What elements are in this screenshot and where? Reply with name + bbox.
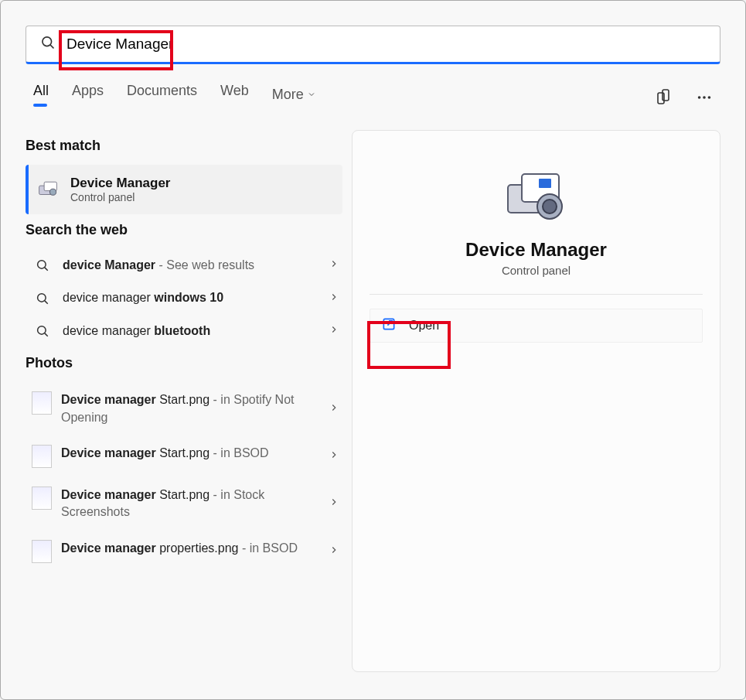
search-icon <box>32 258 53 272</box>
web-result-bold: device Manager <box>63 258 155 271</box>
open-button[interactable]: Open <box>370 309 703 343</box>
chevron-right-icon <box>329 545 339 558</box>
svg-point-0 <box>43 37 52 46</box>
mobile-link-icon[interactable] <box>654 88 673 110</box>
web-result-suffix: - See web results <box>155 258 254 271</box>
photo-result[interactable]: Device manager Start.png - in BSOD <box>26 435 342 477</box>
photo-name-rest: properties.png <box>156 541 239 555</box>
web-result-prefix: device manager <box>63 324 154 337</box>
web-result-bold: bluetooth <box>154 324 210 337</box>
chevron-right-icon <box>329 292 339 306</box>
photo-name-bold: Device manager <box>61 446 156 459</box>
content-area: Best match Device Manager Control panel … <box>1 122 745 697</box>
tab-apps[interactable]: Apps <box>72 83 104 114</box>
best-match-heading: Best match <box>26 138 342 154</box>
chevron-right-icon <box>329 449 339 463</box>
web-result[interactable]: device manager windows 10 <box>26 282 342 314</box>
photo-thumb-icon <box>32 540 52 563</box>
svg-point-20 <box>543 200 557 213</box>
photo-thumb-icon <box>32 487 52 510</box>
chevron-right-icon <box>329 402 339 416</box>
divider <box>370 294 703 295</box>
open-external-icon <box>381 316 397 335</box>
web-heading: Search the web <box>26 222 342 238</box>
search-bar-container <box>1 1 745 64</box>
tabs-actions <box>654 88 713 110</box>
more-options-icon[interactable] <box>696 89 713 109</box>
preview-subtitle: Control panel <box>370 264 703 294</box>
svg-point-4 <box>698 96 701 99</box>
web-result-bold: windows 10 <box>154 291 223 304</box>
chevron-right-icon <box>329 324 339 338</box>
open-label: Open <box>409 319 439 333</box>
chevron-right-icon <box>329 258 339 272</box>
web-result-prefix: device manager <box>63 291 154 304</box>
photo-name-rest: Start.png <box>156 488 209 501</box>
search-box[interactable] <box>26 26 720 64</box>
svg-line-1 <box>50 45 53 48</box>
preview-title: Device Manager <box>370 239 703 261</box>
web-result[interactable]: device Manager - See web results <box>26 249 342 282</box>
photo-name-bold: Device manager <box>61 393 156 406</box>
search-input[interactable] <box>65 35 706 53</box>
search-icon <box>32 292 53 306</box>
tab-web[interactable]: Web <box>220 83 249 114</box>
svg-point-6 <box>708 96 711 99</box>
photo-result[interactable]: Device manager Start.png - in Stock Scre… <box>26 477 342 531</box>
search-icon <box>40 35 56 53</box>
device-manager-icon <box>38 180 58 199</box>
photo-name-rest: Start.png <box>156 446 209 459</box>
photo-location: - in BSOD <box>238 541 297 555</box>
svg-point-9 <box>49 189 56 195</box>
photo-name-rest: Start.png <box>156 393 209 406</box>
svg-rect-18 <box>539 179 551 188</box>
photo-name-bold: Device manager <box>61 541 156 555</box>
tab-more-label: More <box>272 87 304 103</box>
preview-panel: Device Manager Control panel Open <box>352 130 720 672</box>
svg-line-11 <box>45 268 48 271</box>
chevron-down-icon <box>307 87 316 103</box>
best-match-text: Device Manager Control panel <box>70 176 170 203</box>
tab-more[interactable]: More <box>272 83 316 114</box>
photo-location: - in BSOD <box>209 446 268 459</box>
search-window: All Apps Documents Web More <box>0 0 746 700</box>
best-match-title: Device Manager <box>70 176 170 191</box>
svg-line-13 <box>45 300 48 303</box>
web-result[interactable]: device manager bluetooth <box>26 315 342 347</box>
photo-result[interactable]: Device manager properties.png - in BSOD <box>26 531 342 572</box>
svg-point-5 <box>703 96 706 99</box>
svg-point-12 <box>38 293 46 302</box>
svg-point-10 <box>38 261 46 269</box>
device-manager-large-icon <box>370 154 703 234</box>
chevron-right-icon <box>329 497 339 510</box>
best-match-item[interactable]: Device Manager Control panel <box>26 165 342 214</box>
tabs: All Apps Documents Web More <box>33 83 316 114</box>
search-icon <box>32 324 53 338</box>
tab-documents[interactable]: Documents <box>127 83 197 114</box>
results-column: Best match Device Manager Control panel … <box>26 130 342 672</box>
tab-all[interactable]: All <box>33 83 49 114</box>
best-match-subtitle: Control panel <box>70 191 170 203</box>
photo-thumb-icon <box>32 391 52 415</box>
svg-line-15 <box>45 333 48 336</box>
svg-point-14 <box>38 326 46 335</box>
photo-name-bold: Device manager <box>61 488 156 501</box>
photos-heading: Photos <box>26 355 342 371</box>
photo-result[interactable]: Device manager Start.png - in Spotify No… <box>26 382 342 435</box>
tabs-row: All Apps Documents Web More <box>1 64 745 122</box>
photo-thumb-icon <box>32 445 52 468</box>
